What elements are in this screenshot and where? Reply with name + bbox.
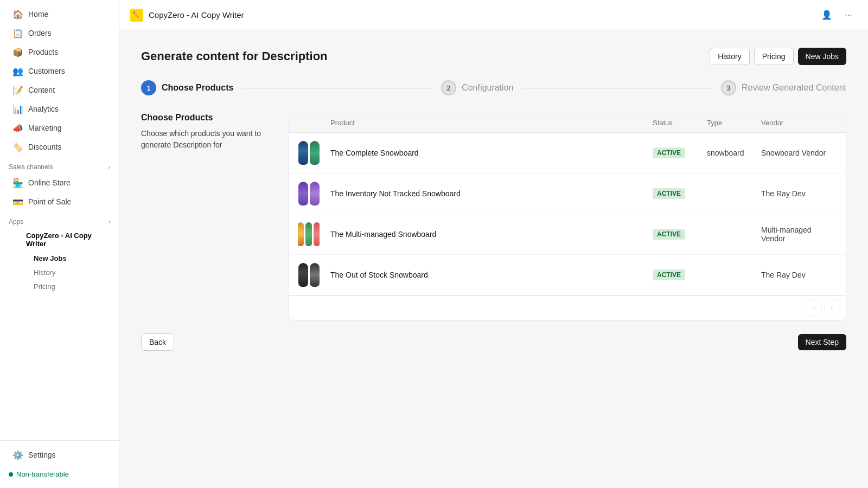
topbar-title: CopyZero - AI Copy Writer <box>149 10 813 20</box>
more-options-icon[interactable]: ··· <box>840 7 857 24</box>
status-badge-4: ACTIVE <box>653 269 685 280</box>
step-1: 1 Choose Products <box>141 80 233 95</box>
back-button[interactable]: Back <box>141 333 174 351</box>
product-thumb-3 <box>298 221 320 248</box>
sidebar: 🏠 Home 📋 Orders 📦 Products 👥 Customers 📝… <box>0 0 119 488</box>
sidebar-item-customers[interactable]: 👥 Customers <box>4 62 114 80</box>
sidebar-item-discounts[interactable]: 🏷️ Discounts <box>4 138 114 156</box>
choose-panel: Choose Products Choose which products yo… <box>141 113 271 320</box>
content-icon: 📝 <box>13 85 23 95</box>
step-connector-1 <box>242 88 432 88</box>
page-header-actions: History Pricing New Jobs <box>710 48 846 65</box>
product-thumb-4 <box>298 261 320 288</box>
sales-channels-section: Sales channels › <box>0 157 119 173</box>
apps-expand-icon[interactable]: › <box>108 219 110 225</box>
point-of-sale-icon: 💳 <box>13 197 23 207</box>
step-2-label: Configuration <box>462 83 513 93</box>
type-1: snowboard <box>707 149 761 157</box>
table-row: The Complete Snowboard ACTIVE snowboard … <box>289 133 846 174</box>
sidebar-item-label: Marketing <box>28 124 61 132</box>
sidebar-item-point-of-sale[interactable]: 💳 Point of Sale <box>4 192 114 211</box>
sidebar-item-marketing[interactable]: 📣 Marketing <box>4 119 114 137</box>
content-area: Choose Products Choose which products yo… <box>141 113 846 320</box>
sidebar-item-copyzero[interactable]: CopyZero - AI Copy Writer <box>4 228 114 251</box>
sales-channels-expand-icon[interactable]: › <box>108 164 110 170</box>
status-1: ACTIVE <box>653 147 707 158</box>
sidebar-sub-item-label: New Jobs <box>34 254 67 262</box>
main-content: ✏️ CopyZero - AI Copy Writer 👤 ··· Gener… <box>119 0 868 488</box>
topbar: ✏️ CopyZero - AI Copy Writer 👤 ··· <box>119 0 868 30</box>
sidebar-item-label: Content <box>28 86 55 94</box>
step-1-circle: 1 <box>141 80 156 95</box>
product-name-2: The Inventory Not Tracked Snowboard <box>330 189 653 198</box>
sidebar-item-label: Discounts <box>28 143 61 151</box>
sidebar-item-products[interactable]: 📦 Products <box>4 43 114 61</box>
notification-icon[interactable]: 👤 <box>818 7 835 24</box>
app-icon: ✏️ <box>130 9 143 22</box>
vendor-3: Multi-managed Vendor <box>761 226 837 243</box>
table-row: The Multi-managed Snowboard ACTIVE Multi… <box>289 214 846 255</box>
sidebar-item-analytics[interactable]: 📊 Analytics <box>4 100 114 118</box>
sidebar-item-label: Products <box>28 48 58 56</box>
sidebar-bottom: ⚙️ Settings Non-transferable <box>0 440 119 488</box>
home-icon: 🏠 <box>13 9 23 19</box>
status-3: ACTIVE <box>653 229 707 240</box>
sidebar-item-orders[interactable]: 📋 Orders <box>4 24 114 42</box>
customers-icon: 👥 <box>13 66 23 76</box>
sidebar-item-label: Orders <box>28 29 52 37</box>
sidebar-item-label: Analytics <box>28 105 59 113</box>
product-name-1: The Complete Snowboard <box>330 149 653 157</box>
choose-panel-title: Choose Products <box>141 113 271 123</box>
vendor-1: Snowboard Vendor <box>761 149 837 157</box>
vendor-2: The Ray Dev <box>761 189 837 198</box>
sidebar-item-label: Point of Sale <box>28 197 71 206</box>
sidebar-item-online-store[interactable]: 🏪 Online Store <box>4 174 114 192</box>
sidebar-item-history[interactable]: History <box>4 266 114 279</box>
col-product <box>298 119 330 127</box>
sidebar-item-settings[interactable]: ⚙️ Settings <box>4 446 114 464</box>
step-3: 3 Review Generated Content <box>721 80 846 95</box>
sidebar-item-content[interactable]: 📝 Content <box>4 81 114 99</box>
step-3-circle: 3 <box>721 80 736 95</box>
topbar-actions: 👤 ··· <box>818 7 857 24</box>
sidebar-item-home[interactable]: 🏠 Home <box>4 5 114 23</box>
non-transferable-label: Non-transferable <box>16 470 69 478</box>
page-title: Generate content for Description <box>141 49 328 63</box>
sidebar-sub-item-label: History <box>34 268 55 277</box>
col-status: Status <box>653 119 707 127</box>
new-jobs-button[interactable]: New Jobs <box>798 48 846 65</box>
product-table: Product Status Type Vendor The Complete … <box>289 113 846 320</box>
product-thumb-1 <box>298 139 320 166</box>
products-icon: 📦 <box>13 47 23 57</box>
pagination-prev[interactable]: ‹ <box>807 300 822 316</box>
pagination-next[interactable]: › <box>824 300 839 316</box>
sidebar-sub-item-label: Pricing <box>34 282 55 291</box>
pricing-button[interactable]: Pricing <box>754 48 794 65</box>
analytics-icon: 📊 <box>13 104 23 114</box>
col-vendor: Vendor <box>761 119 837 127</box>
step-3-label: Review Generated Content <box>742 83 846 93</box>
sidebar-item-label: CopyZero - AI Copy Writer <box>26 232 92 248</box>
page-header: Generate content for Description History… <box>141 48 846 65</box>
marketing-icon: 📣 <box>13 123 23 133</box>
non-transferable-badge: Non-transferable <box>0 465 119 484</box>
status-badge-1: ACTIVE <box>653 147 685 158</box>
col-type: Type <box>707 119 761 127</box>
stepper: 1 Choose Products 2 Configuration 3 Revi… <box>141 80 846 95</box>
table-row: The Inventory Not Tracked Snowboard ACTI… <box>289 174 846 214</box>
vendor-4: The Ray Dev <box>761 271 837 279</box>
sidebar-nav: 🏠 Home 📋 Orders 📦 Products 👥 Customers 📝… <box>0 0 119 440</box>
sidebar-item-new-jobs[interactable]: New Jobs <box>4 252 114 265</box>
status-badge-3: ACTIVE <box>653 229 685 240</box>
table-row: The Out of Stock Snowboard ACTIVE The Ra… <box>289 255 846 296</box>
table-pagination: ‹ › <box>289 296 846 320</box>
choose-panel-desc: Choose which products you want to genera… <box>141 128 271 151</box>
history-button[interactable]: History <box>710 48 750 65</box>
online-store-icon: 🏪 <box>13 178 23 188</box>
apps-section: Apps › <box>0 211 119 228</box>
sidebar-item-pricing[interactable]: Pricing <box>4 280 114 293</box>
sidebar-item-label: Online Store <box>28 178 71 187</box>
col-product-name: Product <box>330 119 653 127</box>
next-step-button[interactable]: Next Step <box>798 334 846 350</box>
product-name-4: The Out of Stock Snowboard <box>330 271 653 279</box>
